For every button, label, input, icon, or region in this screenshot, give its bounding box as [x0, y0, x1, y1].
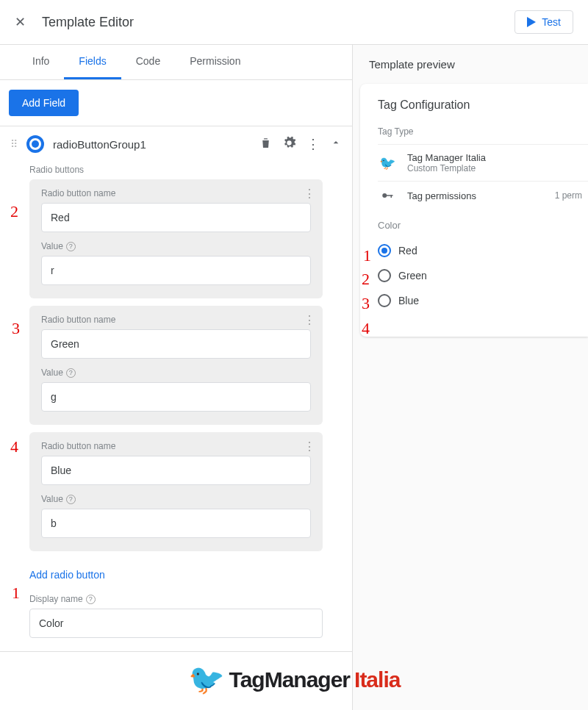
- radio-name-label: Radio button name: [41, 441, 311, 451]
- radio-icon: [378, 244, 391, 257]
- radio-name-label: Radio button name: [41, 188, 311, 198]
- help-icon[interactable]: ?: [66, 495, 76, 504]
- gear-icon[interactable]: [282, 136, 296, 153]
- footer-logo: 🐦 TagManagerItalia: [0, 662, 588, 697]
- help-icon[interactable]: ?: [66, 368, 76, 378]
- display-name-label: Display name?: [29, 594, 323, 604]
- radio-value-label: Value?: [41, 241, 311, 251]
- tag-permissions-row[interactable]: Tag permissions 1 perm: [378, 181, 588, 209]
- tabs: Info Fields Code Permission: [0, 45, 352, 80]
- permissions-label: Tag permissions: [407, 190, 545, 201]
- radio-value-input[interactable]: [41, 382, 311, 412]
- radio-card: ⋮ Radio button name Value?: [29, 306, 323, 425]
- help-icon[interactable]: ?: [86, 595, 96, 604]
- preview-card: Tag Configuration Tag Type 🐦 Tag Manager…: [360, 84, 588, 337]
- annotation: 3: [12, 319, 20, 338]
- drag-handle-icon[interactable]: ⠿: [10, 138, 18, 150]
- test-button[interactable]: Test: [514, 10, 573, 34]
- annotation: 1: [363, 246, 371, 265]
- brand-text-1: TagManager: [229, 667, 350, 692]
- tag-logo-icon: 🐦: [378, 155, 397, 171]
- svg-rect-2: [391, 195, 392, 198]
- more-vert-icon[interactable]: ⋮: [306, 136, 320, 152]
- annotation: 3: [362, 294, 370, 313]
- svg-point-0: [382, 193, 387, 198]
- tab-code[interactable]: Code: [121, 45, 175, 79]
- card-title: Tag Configuration: [378, 98, 588, 112]
- radio-buttons-label: Radio buttons: [0, 162, 352, 179]
- field-block: ⠿ radioButtonGroup1 ⋮ Radio buttons: [0, 126, 352, 652]
- more-vert-icon[interactable]: ⋮: [304, 440, 315, 453]
- radio-value-input[interactable]: [41, 509, 311, 538]
- brand-text-2: Italia: [354, 667, 400, 692]
- preview-radio-green[interactable]: Green: [378, 263, 588, 288]
- display-name-input[interactable]: [29, 609, 323, 638]
- tab-permission[interactable]: Permission: [175, 45, 255, 79]
- collapse-icon[interactable]: [330, 137, 342, 151]
- delete-icon[interactable]: [259, 137, 272, 152]
- preview-radio-red[interactable]: Red: [378, 238, 588, 263]
- radio-name-input[interactable]: [41, 329, 311, 359]
- annotation: 1: [12, 584, 20, 603]
- annotation: 2: [10, 202, 18, 221]
- add-field-button[interactable]: Add Field: [9, 90, 79, 116]
- annotation: 4: [362, 319, 370, 338]
- annotation: 4: [10, 437, 18, 456]
- play-icon: [527, 17, 536, 27]
- tag-name: Tag Manager Italia: [407, 152, 588, 163]
- radio-value-input[interactable]: [41, 256, 311, 285]
- help-icon[interactable]: ?: [66, 242, 76, 251]
- preview-radio-blue[interactable]: Blue: [378, 288, 588, 313]
- more-vert-icon[interactable]: ⋮: [304, 187, 315, 201]
- radio-value-label: Value?: [41, 494, 311, 504]
- radio-name-input[interactable]: [41, 203, 311, 232]
- annotation: 2: [362, 270, 370, 289]
- page-title: Template Editor: [42, 15, 134, 30]
- permissions-count: 1 perm: [555, 190, 588, 201]
- tab-fields[interactable]: Fields: [64, 45, 121, 79]
- radio-card: ⋮ Radio button name Value?: [29, 432, 323, 551]
- more-vert-icon[interactable]: ⋮: [304, 313, 315, 327]
- tag-type-label: Tag Type: [378, 126, 588, 137]
- field-name[interactable]: radioButtonGroup1: [53, 138, 251, 151]
- preview-heading: Template preview: [353, 45, 588, 84]
- key-icon: [378, 189, 397, 202]
- radio-value-label: Value?: [41, 367, 311, 378]
- radio-group-icon: [26, 135, 44, 153]
- tag-type-row[interactable]: 🐦 Tag Manager Italia Custom Template: [378, 144, 588, 181]
- add-radio-button[interactable]: Add radio button: [0, 559, 352, 591]
- radio-icon: [378, 269, 391, 282]
- close-icon[interactable]: ✕: [15, 14, 26, 30]
- tab-info[interactable]: Info: [18, 45, 64, 79]
- radio-icon: [378, 294, 391, 307]
- woodpecker-icon: 🐦: [188, 662, 225, 697]
- svg-rect-1: [387, 195, 393, 196]
- radio-name-label: Radio button name: [41, 315, 311, 325]
- test-button-label: Test: [542, 16, 561, 28]
- preview-group-label: Color: [378, 220, 588, 231]
- tag-subtitle: Custom Template: [407, 163, 588, 173]
- radio-name-input[interactable]: [41, 456, 311, 485]
- radio-card: ⋮ Radio button name Value?: [29, 179, 323, 298]
